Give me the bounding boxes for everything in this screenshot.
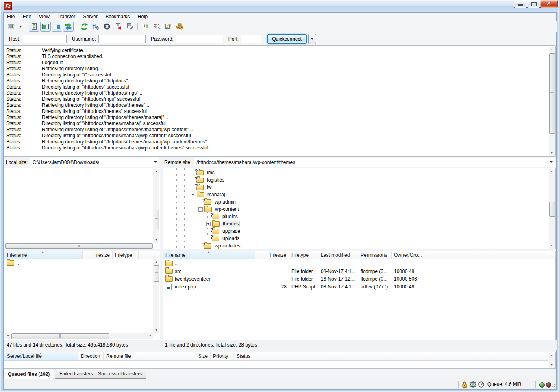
- site-manager-button[interactable]: [6, 22, 16, 32]
- site-manager-dropdown-button[interactable]: [17, 22, 24, 32]
- directory-comparison-button[interactable]: [152, 22, 162, 32]
- file-row[interactable]: srcFile folder08-Nov-17 4:1...flcdmpe (0…: [163, 267, 555, 275]
- quickconnect-button[interactable]: Quickconnect: [267, 34, 307, 44]
- refresh-button[interactable]: [79, 22, 89, 32]
- tab-queued-files[interactable]: Queued files (292): [3, 369, 54, 379]
- tree-item[interactable]: lw: [163, 184, 548, 191]
- speed-limit-icon[interactable]: [478, 381, 485, 388]
- remote-site-combobox[interactable]: /httpdocs/themes/maharaj/wp-content/them…: [194, 158, 555, 167]
- menu-transfer[interactable]: Transfer: [54, 13, 78, 19]
- disconnect-button[interactable]: [113, 22, 124, 32]
- toggle-local-tree-button[interactable]: [40, 22, 51, 32]
- column-header-filename[interactable]: Filename▲: [4, 251, 83, 259]
- scrollbar-thumb[interactable]: [549, 53, 555, 134]
- port-input[interactable]: [241, 35, 261, 43]
- resize-grip-icon[interactable]: [549, 383, 555, 388]
- column-header-filetype[interactable]: Filetype: [289, 251, 318, 259]
- scrollbar-thumb[interactable]: [154, 265, 159, 282]
- column-header-last-modified[interactable]: Last modified: [318, 251, 358, 259]
- toggle-transfer-queue-button[interactable]: [63, 22, 74, 32]
- minimize-button[interactable]: [514, 0, 527, 8]
- directory-listing-filters-button[interactable]: [140, 22, 151, 32]
- lock-icon[interactable]: [461, 381, 468, 388]
- column-header-permissions[interactable]: Permissions: [358, 251, 392, 259]
- tree-item[interactable]: +themes: [163, 220, 548, 227]
- column-header-filetype[interactable]: Filetype: [113, 251, 139, 259]
- titlebar[interactable]: Fz: [0, 0, 559, 12]
- find-files-button[interactable]: [174, 22, 185, 32]
- tree-item[interactable]: logistics: [163, 176, 548, 184]
- file-row[interactable]: index.php28PHP Script08-Nov-17 4:1...adf…: [163, 283, 555, 290]
- scroll-down-icon[interactable]: ▼: [153, 237, 159, 243]
- cancel-operation-button[interactable]: [102, 22, 112, 32]
- tab-successful-transfers[interactable]: Successful transfers: [94, 369, 146, 379]
- local-list-hscrollbar[interactable]: ◄ ►: [5, 333, 153, 339]
- scroll-down-icon[interactable]: ▼: [549, 243, 555, 249]
- message-log-scrollbar[interactable]: ▲ ▼: [549, 47, 555, 156]
- scrollbar-thumb[interactable]: [549, 202, 555, 217]
- username-input[interactable]: [98, 35, 146, 43]
- scroll-right-icon[interactable]: ►: [148, 333, 153, 338]
- queue-scrollbar[interactable]: ▲ ▼: [549, 353, 555, 368]
- scrollbar-thumb[interactable]: [11, 333, 109, 339]
- tree-expander-minus[interactable]: −: [198, 207, 203, 212]
- column-header-direction[interactable]: Direction: [78, 352, 104, 360]
- settings-icon[interactable]: A: [470, 381, 476, 388]
- scroll-up-icon[interactable]: ▲: [549, 169, 555, 174]
- scrollbar-thumb[interactable]: [154, 210, 159, 229]
- local-site-combobox[interactable]: C:\Users\iamD004\Downloads\: [30, 158, 159, 167]
- host-input[interactable]: [23, 35, 67, 43]
- scroll-down-icon[interactable]: ▼: [549, 150, 555, 156]
- column-header-size[interactable]: Size: [188, 352, 211, 360]
- file-row[interactable]: ..: [4, 259, 153, 267]
- quickconnect-dropdown-button[interactable]: [308, 34, 316, 44]
- tree-item[interactable]: wp-admin: [163, 198, 548, 206]
- column-header-status[interactable]: Status: [234, 352, 298, 360]
- tree-expander-plus[interactable]: +: [206, 222, 211, 226]
- tree-item[interactable]: uploads: [163, 235, 548, 242]
- column-header-filesize[interactable]: Filesize: [255, 251, 289, 259]
- scroll-down-icon[interactable]: ▼: [153, 327, 159, 333]
- close-button[interactable]: [540, 0, 558, 8]
- tree-item[interactable]: upgrade: [163, 227, 548, 235]
- column-header-priority[interactable]: Priority: [211, 352, 234, 360]
- menu-server[interactable]: Server: [80, 13, 101, 19]
- remote-tree-scrollbar[interactable]: ▲ ▼: [549, 169, 555, 249]
- toggle-message-log-button[interactable]: [29, 22, 39, 32]
- tree-item[interactable]: −maharaj: [163, 191, 548, 198]
- tree-item[interactable]: plugins: [163, 213, 548, 220]
- menu-file[interactable]: File: [4, 13, 18, 19]
- password-input[interactable]: [176, 35, 223, 43]
- tree-item[interactable]: wp-includes: [163, 242, 548, 249]
- process-queue-button[interactable]: [90, 22, 101, 32]
- scroll-up-icon[interactable]: ▲: [549, 353, 555, 358]
- column-header-filesize[interactable]: Filesize: [83, 251, 113, 259]
- menu-help[interactable]: Help: [135, 13, 151, 19]
- menu-edit[interactable]: Edit: [20, 13, 35, 19]
- tree-item[interactable]: lms: [163, 169, 548, 176]
- combo-arrow-icon[interactable]: [550, 161, 553, 163]
- scroll-up-icon[interactable]: ▲: [549, 47, 555, 52]
- local-list-scrollbar[interactable]: ▲ ▼: [153, 259, 159, 333]
- scroll-up-icon[interactable]: ▲: [153, 169, 159, 174]
- column-header-server-local-file[interactable]: Server/Local file▲: [4, 352, 78, 360]
- scroll-left-icon[interactable]: ◄: [5, 333, 11, 338]
- local-tree-hscrollbar[interactable]: [5, 243, 153, 249]
- toggle-remote-tree-button[interactable]: [52, 22, 62, 32]
- column-header-filename[interactable]: Filename▲: [163, 251, 255, 259]
- combo-arrow-icon[interactable]: [154, 161, 157, 163]
- file-row[interactable]: twentyseventeenFile folder16-Nov-17 12:.…: [163, 275, 555, 283]
- column-header-remote-file[interactable]: Remote file: [104, 352, 188, 360]
- file-row[interactable]: ..: [163, 260, 424, 267]
- menu-view[interactable]: View: [36, 13, 53, 19]
- column-header-owner-group[interactable]: Owner/Gro...: [392, 251, 424, 259]
- scrollbar-thumb[interactable]: [5, 243, 153, 249]
- tree-expander-minus[interactable]: −: [191, 193, 195, 197]
- tree-item[interactable]: −wp-content: [163, 206, 548, 213]
- menu-bookmarks[interactable]: Bookmarks: [102, 13, 133, 19]
- tab-failed-transfers[interactable]: Failed transfers: [55, 369, 98, 379]
- local-tree-scrollbar[interactable]: ▲ ▼: [153, 169, 159, 243]
- scroll-up-icon[interactable]: ▲: [153, 259, 159, 265]
- reconnect-button[interactable]: [124, 22, 135, 32]
- scroll-down-icon[interactable]: ▼: [549, 362, 555, 368]
